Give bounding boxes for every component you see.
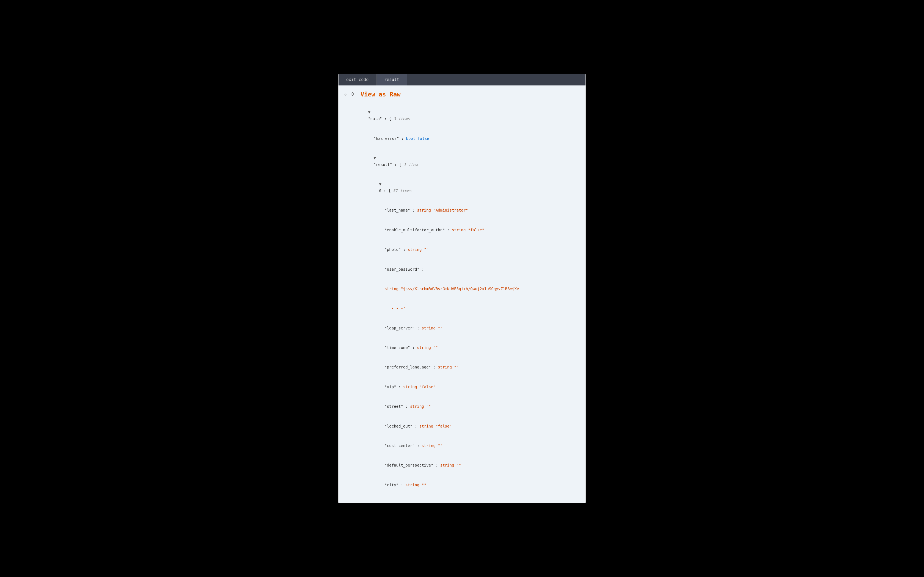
has-error-row: "has_error" : bool false <box>344 129 577 148</box>
preferred-language-row: "preferred_language" : string "" <box>344 358 577 377</box>
tab-result[interactable]: result <box>376 74 407 85</box>
user-password-value-row: string "$s$v/KlhrbmRdVRszGmNUVE3qi+h/Qwu… <box>344 279 577 299</box>
enable-mfa-row: "enable_multifactor_authn" : string "fal… <box>344 220 577 240</box>
main-window: exit_code result ☆ 0 View as Raw ▼ "data… <box>338 74 586 504</box>
time-zone-row: "time_zone" : string "" <box>344 338 577 358</box>
vip-row: "vip" : string "false" <box>344 377 577 397</box>
default-perspective-row: "default_perspective" : string "" <box>344 456 577 475</box>
json-tree: ▼ "data" : { 3 items "has_error" : bool … <box>344 103 577 495</box>
user-password-cont-row: • • •" <box>344 299 577 318</box>
ldap-server-row: "ldap_server" : string "" <box>344 318 577 338</box>
result-row: ▼ "result" : [ 1 item <box>344 148 577 174</box>
line-number: 0 <box>351 92 354 97</box>
index-0-row: ▼ 0 : { 57 items <box>344 174 577 201</box>
tab-exit-code[interactable]: exit_code <box>339 74 376 85</box>
user-password-key-row: "user_password" : <box>344 259 577 279</box>
collapse-data[interactable]: ▼ <box>368 109 372 116</box>
view-raw-header: ☆ 0 View as Raw <box>344 91 577 98</box>
collapse-index-0[interactable]: ▼ <box>379 181 383 188</box>
city-row: "city" : string "" <box>344 475 577 495</box>
star-icon[interactable]: ☆ <box>344 92 347 97</box>
data-row: ▼ "data" : { 3 items <box>344 103 577 129</box>
tab-bar: exit_code result <box>339 74 585 85</box>
cost-center-row: "cost_center" : string "" <box>344 436 577 456</box>
street-row: "street" : string "" <box>344 397 577 416</box>
view-as-raw-link[interactable]: View as Raw <box>360 91 401 98</box>
last-name-row: "last_name" : string "Administrator" <box>344 201 577 220</box>
locked-out-row: "locked_out" : string "false" <box>344 417 577 436</box>
content-area: ☆ 0 View as Raw ▼ "data" : { 3 items "ha… <box>339 85 585 503</box>
collapse-result[interactable]: ▼ <box>373 155 377 161</box>
photo-row: "photo" : string "" <box>344 240 577 259</box>
